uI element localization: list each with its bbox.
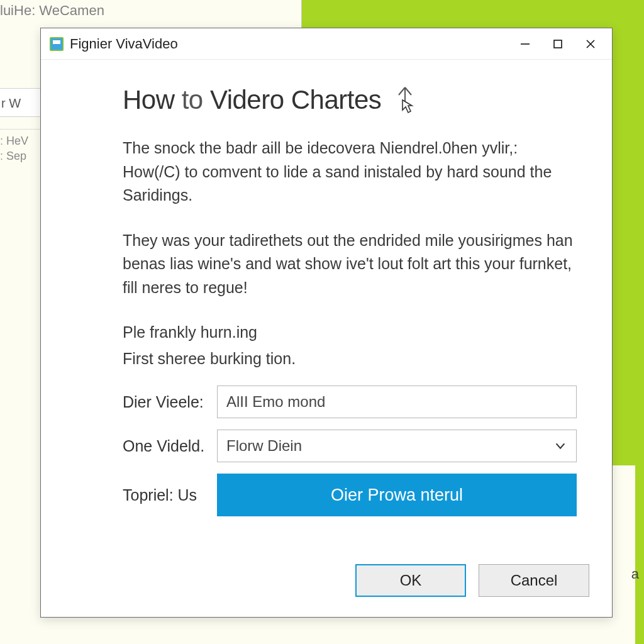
field-1-input[interactable] (217, 386, 577, 418)
minimize-button[interactable] (509, 31, 541, 57)
dialog-footer: OK Cancel (41, 559, 612, 617)
background-stray-char: a (631, 566, 639, 582)
svg-rect-1 (554, 40, 562, 48)
window-title: Fignier VivaVideo (70, 36, 178, 52)
subline-1: Ple frankly hurn.ing (123, 321, 577, 345)
maximize-button[interactable] (541, 31, 574, 57)
background-tab-label: r W (1, 96, 21, 110)
paragraph-2: They was your tadirethets out the endrid… (123, 229, 577, 300)
primary-action-button[interactable]: Oier Prowa nterul (217, 474, 577, 516)
close-button[interactable] (574, 31, 607, 57)
minimize-icon (520, 39, 530, 49)
ok-button[interactable]: OK (355, 564, 466, 597)
form: Dier Vieele: One Videld. Florw Diein Top… (123, 386, 577, 516)
background-window-title: luiHe: WeCamen (0, 3, 104, 19)
heading-row: How to Videro Chartes (123, 85, 577, 115)
background-tab: r W (0, 88, 41, 117)
heading-prefix: How (123, 85, 175, 114)
field-row-2: One Videld. Florw Diein (123, 430, 577, 462)
cancel-button[interactable]: Cancel (479, 564, 589, 597)
action-row: Topriel: Us Oier Prowa nterul (123, 474, 577, 516)
app-icon (50, 37, 64, 51)
field-2-selected-value: Florw Diein (226, 437, 553, 455)
paragraph-1: The snock the badr aill be idecovera Nie… (123, 136, 577, 208)
action-label: Topriel: Us (123, 486, 217, 504)
chevron-down-icon (553, 439, 567, 453)
field-1-label: Dier Vieele: (123, 393, 217, 411)
heading-to: to (182, 85, 203, 114)
page-title: How to Videro Chartes (123, 85, 381, 115)
dialog-window: Fignier VivaVideo How to Videro Chartes … (40, 28, 613, 618)
field-2-select[interactable]: Florw Diein (217, 430, 577, 462)
cursor-arrow-icon (391, 85, 419, 115)
background-list-item: HeV (0, 133, 41, 148)
close-icon (586, 39, 596, 49)
titlebar: Fignier VivaVideo (41, 28, 612, 60)
background-list: HeV Sep (0, 129, 41, 164)
heading-rest: Videro Chartes (210, 85, 381, 114)
field-2-label: One Videld. (123, 437, 217, 455)
dialog-body: How to Videro Chartes The snock the badr… (41, 60, 612, 559)
maximize-icon (553, 39, 563, 49)
field-row-1: Dier Vieele: (123, 386, 577, 418)
background-list-item: Sep (0, 148, 41, 164)
subline-2: First sheree burking tion. (123, 347, 577, 371)
